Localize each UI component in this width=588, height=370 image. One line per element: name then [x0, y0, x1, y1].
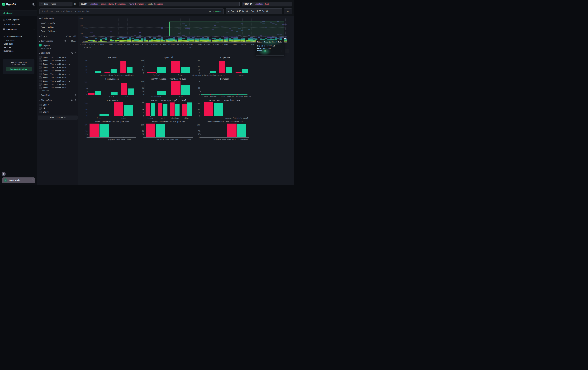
y-tick-label: 50 [196, 66, 200, 68]
create-dashboard-button[interactable]: +Create Dashboard [0, 35, 37, 39]
filter-option-error-item[interactable]: Error: The credit card (… [37, 72, 78, 76]
local-mode-button[interactable]: U Local mode [2, 178, 35, 183]
sidebar-item-services[interactable]: Services [0, 46, 37, 49]
filter-option-payment[interactable]: ✓ payment [37, 43, 78, 47]
checkbox-icon[interactable] [39, 56, 42, 59]
gear-icon[interactable]: ⚙ [74, 3, 76, 5]
filter-section-spankind[interactable]: SpanKind [37, 94, 78, 96]
chart-plot[interactable]: 02550100@hyperdx/instrumentation-excepti… [201, 59, 249, 73]
pin-icon[interactable] [68, 40, 70, 42]
sidebar-item-search[interactable]: Search [0, 11, 37, 16]
checkbox-icon[interactable] [39, 76, 42, 79]
chart-plot[interactable]: 025501005e02b5fb-13ae-4296-bbbc-111f423c… [144, 123, 193, 138]
checkbox-icon[interactable] [39, 63, 42, 65]
chart-plot[interactable]: 02550100ErrorUnset [88, 102, 136, 116]
filter-section-servicename[interactable]: ServiceName Clear [37, 40, 78, 42]
flat-series-line [201, 94, 247, 95]
y-tick [200, 110, 201, 110]
clear-all-button[interactable]: Clear all [66, 35, 76, 38]
heatmap-cell [255, 38, 257, 39]
select-query-input[interactable]: SELECT Timestamp, ServiceName, StatusCod… [79, 2, 240, 6]
filter-option-error[interactable]: Error [37, 103, 78, 107]
servicename-clear-button[interactable]: Clear [71, 40, 76, 42]
sidebar-item-client-sessions[interactable]: Client Sessions [0, 22, 37, 27]
presets-toggle[interactable]: PRESETS [0, 39, 37, 42]
heatmap-cell [226, 38, 229, 38]
checkbox-icon[interactable] [39, 87, 42, 89]
heatmap-cell [270, 37, 272, 37]
sidebar-collapse-icon[interactable] [32, 3, 35, 5]
filter-option-error-item[interactable]: Error: The credit card (… [37, 76, 78, 79]
chart-plot[interactable]: 02550100payment-7985c8969c-mwmw7 [88, 123, 136, 138]
filter-option-error-item[interactable]: Error: The credit card (… [37, 69, 78, 72]
heatmap-cell [277, 39, 279, 39]
heatmap-cell [280, 39, 282, 40]
filter-section-spanname[interactable]: SpanName [37, 52, 78, 54]
sidebar-item-clickhouse[interactable]: ClickHouse [0, 42, 37, 46]
search-icon[interactable] [71, 99, 73, 101]
chart-plot[interactable]: 02550100InternalServer [144, 59, 193, 73]
filter-option-unset[interactable]: Unset [37, 110, 78, 114]
filter-option-error-item[interactable]: Error: The credit card (… [37, 62, 78, 66]
filter-option-error-item[interactable]: Error: The credit card (… [37, 66, 78, 69]
chart-plot[interactable]: 02550100f5344ec9-a1ea-4290-a62a-78f5bee8… [201, 123, 249, 138]
sidebar-item-kubernetes[interactable]: Kubernetes [0, 49, 37, 53]
checkbox-icon[interactable] [39, 73, 42, 75]
heatmap-selection-rect[interactable] [169, 21, 284, 36]
help-button[interactable]: ? [2, 172, 6, 176]
checkbox-icon[interactable] [39, 104, 42, 106]
pin-icon[interactable] [74, 94, 76, 96]
checkbox-icon[interactable] [39, 66, 42, 69]
heatmap-cell [161, 39, 163, 39]
filter-option-error-item[interactable]: Error: The credit card (… [37, 56, 78, 59]
checkbox-icon[interactable] [39, 60, 42, 62]
option-label: Unset [43, 111, 49, 113]
chart-plot[interactable]: 0510201124538137680116210701993529540909… [201, 80, 249, 95]
toggle-sql[interactable]: SQL [209, 10, 212, 12]
chart-plot[interactable]: 02550100payment-7985c8969c-mwmw7 [201, 102, 249, 116]
filter-option-error-item[interactable]: Error: The credit card (… [37, 79, 78, 83]
search-icon[interactable] [71, 52, 73, 54]
checkbox-icon[interactable] [39, 107, 42, 110]
x-tick [157, 73, 157, 74]
run-query-button[interactable]: ▷ [284, 8, 292, 14]
checkbox-icon[interactable] [39, 80, 42, 82]
language-toggle[interactable]: SQL | Lucene [209, 10, 221, 12]
chevron-up-icon[interactable] [33, 29, 35, 30]
search-icon[interactable] [64, 40, 66, 42]
heatmap-cell [149, 41, 151, 41]
filter-section-statuscode[interactable]: StatusCode [37, 99, 78, 101]
sidebar-item-chart-explorer[interactable]: Chart Explorer [0, 17, 37, 22]
checkbox-icon[interactable] [39, 83, 42, 86]
chart-plot[interactable]: 025501000.1.00.51.1 [88, 80, 136, 95]
heatmap-cell [204, 39, 207, 39]
filter-option-error-item[interactable]: Error: The credit card (… [37, 59, 78, 62]
source-select[interactable]: Demo Traces [39, 2, 73, 6]
toggle-lucene[interactable]: Lucene [215, 10, 221, 12]
checkbox-icon[interactable] [39, 70, 42, 72]
analysis-mode-event-patterns[interactable]: Event Patterns [39, 29, 76, 33]
load-more-button[interactable]: Load more [37, 47, 78, 50]
analysis-mode-event-deltas[interactable]: Event Deltas [39, 25, 76, 29]
next-page-button[interactable]: › [285, 49, 289, 53]
filter-option-error-item[interactable]: Error: The credit card (… [37, 83, 78, 86]
chart-plot[interactable]: 02550100grpc.oteldemo.PaymentService/Cha… [88, 59, 136, 73]
sidebar-item-dashboards[interactable]: Dashboards [0, 27, 37, 32]
pin-icon[interactable] [74, 99, 76, 101]
chart-plot[interactable]: 071428bronzegoldplatinumsilver [144, 102, 193, 116]
bar [111, 92, 117, 95]
heatmap-plot[interactable] [83, 19, 287, 43]
checkbox-icon[interactable] [39, 111, 42, 113]
checkbox-checked-icon[interactable]: ✓ [39, 44, 42, 47]
chart-plot[interactable]: 02550100mastercardvisa [144, 80, 193, 95]
show-more-button[interactable]: Show more [37, 89, 78, 92]
y-tick-label: 100 [140, 60, 144, 61]
analysis-mode-results-table[interactable]: Results Table [39, 21, 76, 25]
more-filters-button[interactable]: More filters [38, 116, 78, 120]
order-by-input[interactable]: ORDER BY Timestamp DESC [242, 2, 292, 6]
date-range-input[interactable]: Sep 14 18:00:00 - Sep 15 05:30:00 [226, 8, 282, 14]
get-started-button[interactable]: Get Started for Free [6, 67, 32, 71]
search-input[interactable]: Search your events w/ Lucene ex. column:… [40, 8, 224, 14]
pin-icon[interactable] [74, 52, 76, 54]
filter-option-ok[interactable]: Ok [37, 107, 78, 110]
